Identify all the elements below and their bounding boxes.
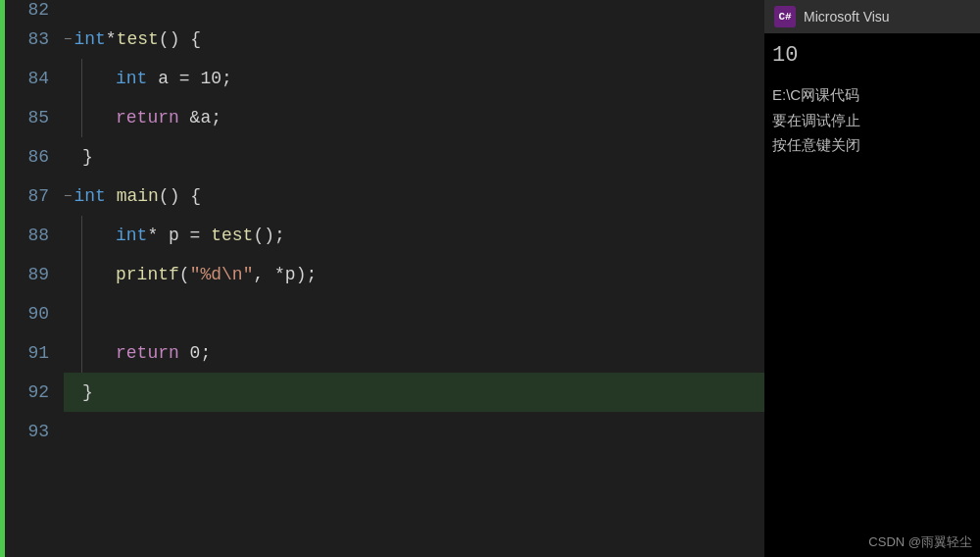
func-printf: printf [116, 265, 179, 284]
code-line-92: } [64, 373, 764, 412]
output-line3: 按任意键关闭 [772, 132, 972, 158]
kw-int-88: int [116, 226, 147, 245]
code-line-90 [64, 294, 764, 333]
kw-int-84: int [116, 69, 147, 88]
code-line-83: −int* test() { [64, 20, 764, 59]
line-num-82: 82 [5, 0, 59, 20]
kw-int-87: int [74, 186, 105, 206]
code-line-85: return &a; [64, 98, 764, 137]
output-panel: C# Microsoft Visu 10 E:\C网课代码 要在调试停止 按任意… [764, 0, 980, 557]
line-num-89: 89 [5, 255, 59, 294]
kw-return-91: return [116, 343, 179, 363]
output-line1: E:\C网课代码 [772, 82, 972, 108]
line-num-92: 92 [5, 373, 59, 412]
line-num-85: 85 [5, 98, 59, 137]
output-title-bar: C# Microsoft Visu [764, 0, 980, 33]
code-line-82 [64, 0, 764, 20]
code-line-84: int a = 10; [64, 59, 764, 98]
line-numbers: 82 83 84 85 86 87 88 89 90 91 92 93 [5, 0, 59, 557]
code-panel: 82 83 84 85 86 87 88 89 90 91 92 93 −int… [0, 0, 764, 557]
line-num-93: 93 [5, 412, 59, 451]
code-line-89: printf("%d\n", *p); [64, 255, 764, 294]
line-num-90: 90 [5, 294, 59, 333]
collapse-icon-83: − [64, 31, 72, 47]
collapse-icon-87: − [64, 188, 72, 204]
line-num-84: 84 [5, 59, 59, 98]
line-num-87: 87 [5, 177, 59, 216]
output-number: 10 [772, 43, 972, 68]
kw-return-85: return [116, 108, 179, 127]
line-num-86: 86 [5, 137, 59, 177]
line-num-91: 91 [5, 333, 59, 373]
code-content: −int* test() { int a = 10; return &a; } [59, 0, 764, 557]
output-title-text: Microsoft Visu [804, 9, 890, 25]
code-line-93 [64, 412, 764, 451]
output-footer: CSDN @雨翼轻尘 [764, 528, 980, 557]
vs-icon: C# [774, 6, 796, 27]
output-content: 10 E:\C网课代码 要在调试停止 按任意键关闭 [764, 33, 980, 528]
code-line-91: return 0; [64, 333, 764, 373]
kw-int-83: int [74, 29, 105, 49]
output-chinese-lines: E:\C网课代码 要在调试停止 按任意键关闭 [772, 82, 972, 158]
output-line2: 要在调试停止 [772, 108, 972, 133]
code-line-88: int* p = test(); [64, 216, 764, 255]
output-footer-text: CSDN @雨翼轻尘 [772, 533, 972, 551]
line-num-83: 83 [5, 20, 59, 59]
code-line-86: } [64, 137, 764, 177]
code-line-87: −int main() { [64, 177, 764, 216]
line-num-88: 88 [5, 216, 59, 255]
